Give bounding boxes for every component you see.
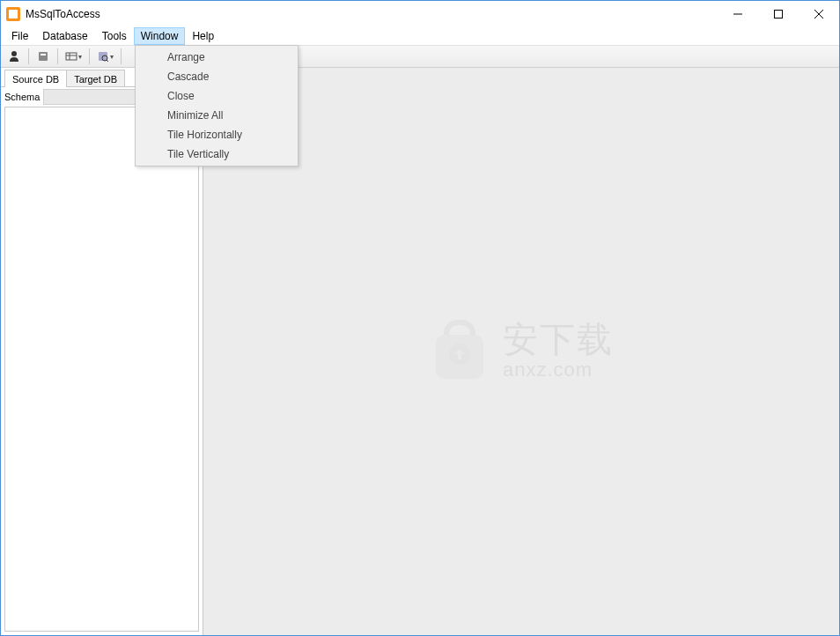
menu-file[interactable]: File <box>4 27 35 45</box>
close-icon <box>814 10 823 18</box>
dropdown-arrow-icon: ▾ <box>78 53 82 61</box>
svg-rect-5 <box>39 52 48 61</box>
menu-tools[interactable]: Tools <box>95 27 134 45</box>
menu-item-minimize-all[interactable]: Minimize All <box>137 106 296 125</box>
menubar: File Database Tools Window Help <box>1 27 839 45</box>
menu-item-close[interactable]: Close <box>137 86 296 106</box>
watermark-bag-icon <box>429 319 490 384</box>
svg-point-4 <box>11 51 17 56</box>
minimize-button[interactable] <box>718 1 758 27</box>
schema-label: Schema <box>4 92 40 102</box>
watermark-en: anxz.com <box>503 359 593 381</box>
toolbar-query-button[interactable]: ▾ <box>94 47 116 66</box>
toolbar-wizard-button[interactable] <box>33 47 53 66</box>
menu-item-tile-horizontally[interactable]: Tile Horizontally <box>137 125 296 144</box>
wizard-icon <box>37 50 49 63</box>
watermark: 安下载 anxz.com <box>429 319 614 384</box>
toolbar: ▾ ▾ <box>1 45 839 68</box>
menu-item-cascade[interactable]: Cascade <box>137 67 296 86</box>
dropdown-arrow-icon: ▾ <box>110 53 114 61</box>
svg-rect-6 <box>41 54 46 55</box>
titlebar: MsSqlToAccess <box>1 1 839 27</box>
app-icon <box>6 7 20 21</box>
maximize-button[interactable] <box>758 1 799 27</box>
app-window: MsSqlToAccess File Database Tools Window… <box>0 0 840 636</box>
menu-database[interactable]: Database <box>35 27 94 45</box>
query-icon <box>97 50 109 63</box>
maximize-icon <box>774 10 783 18</box>
toolbar-table-button[interactable]: ▾ <box>63 47 85 66</box>
table-icon <box>65 50 77 63</box>
tab-source-db[interactable]: Source DB <box>4 70 67 87</box>
svg-line-12 <box>107 60 108 62</box>
close-button[interactable] <box>799 1 839 27</box>
menu-item-arrange[interactable]: Arrange <box>137 48 296 67</box>
toolbar-user-button[interactable] <box>4 47 24 66</box>
window-title: MsSqlToAccess <box>26 8 100 20</box>
tab-target-db[interactable]: Target DB <box>66 70 125 87</box>
menu-help[interactable]: Help <box>185 27 221 45</box>
minimize-icon <box>733 10 742 18</box>
watermark-cn: 安下载 <box>503 322 614 357</box>
window-menu-dropdown: Arrange Cascade Close Minimize All Tile … <box>135 45 298 166</box>
svg-rect-1 <box>775 11 783 18</box>
menu-window[interactable]: Window <box>134 27 186 45</box>
svg-rect-7 <box>66 53 77 60</box>
user-icon <box>8 50 20 63</box>
menu-item-tile-vertically[interactable]: Tile Vertically <box>137 144 296 164</box>
body-area: Source DB Target DB Schema 安下载 anxz.com <box>1 68 839 635</box>
workspace: 安下载 anxz.com <box>203 68 839 635</box>
schema-tree[interactable] <box>4 107 199 632</box>
